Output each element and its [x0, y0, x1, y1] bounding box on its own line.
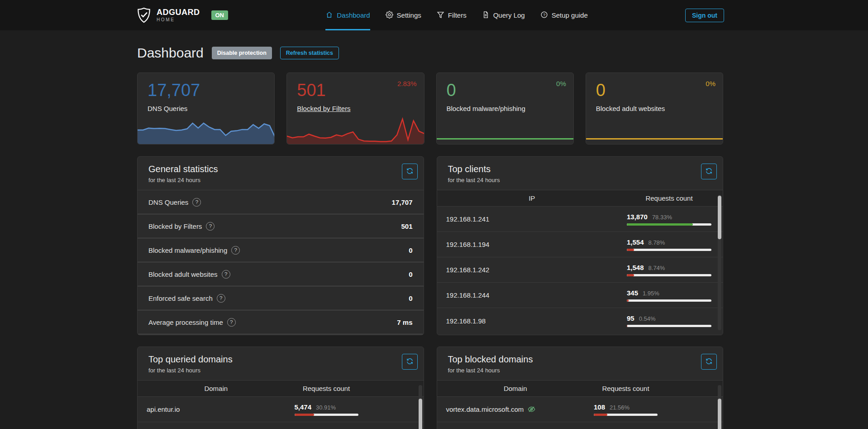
domain-name[interactable]: api.entur.io: [138, 405, 295, 413]
refresh-panel-button[interactable]: [402, 164, 418, 179]
nav-label: Settings: [397, 11, 421, 19]
top-clients-table: IP Requests count 192.168.1.241 13,87078…: [437, 190, 723, 333]
sign-out-button[interactable]: Sign out: [685, 9, 724, 22]
top-queried-table: Domain Requests count api.entur.io 5,474…: [138, 380, 424, 429]
nav-label: Query Log: [493, 11, 525, 19]
scrollbar-thumb[interactable]: [419, 399, 422, 429]
client-ip[interactable]: 192.168.1.242: [437, 266, 627, 274]
brand-text: ADGUARD HOME: [157, 8, 200, 22]
request-percent: 1.95%: [643, 290, 659, 297]
stat-label: Blocked malware/phishing: [148, 246, 227, 254]
table-row: 192.168.1.194 1,5548.78%: [437, 232, 723, 257]
refresh-panel-button[interactable]: [701, 164, 717, 179]
refresh-statistics-button[interactable]: Refresh statistics: [280, 47, 339, 59]
help-icon[interactable]: ?: [222, 270, 230, 279]
client-ip[interactable]: 192.168.1.194: [437, 241, 627, 248]
blocked-malware-sparkline: [437, 116, 574, 144]
card-label: Blocked malware/phishing: [447, 105, 525, 112]
request-percent: 21.56%: [610, 404, 630, 411]
nav-item-settings[interactable]: Settings: [386, 0, 421, 30]
question-circle-icon: ?: [540, 11, 548, 20]
help-icon[interactable]: ?: [217, 294, 225, 303]
page-title: Dashboard: [137, 45, 204, 61]
requests-cell: 1,5548.78%: [627, 238, 711, 251]
requests-bar: [295, 414, 358, 416]
stat-row: Blocked adult websites ? 0: [138, 262, 424, 286]
help-icon[interactable]: ?: [227, 318, 236, 327]
card-value: 501: [297, 81, 325, 100]
help-icon[interactable]: ?: [206, 222, 215, 231]
column-header-requests: Requests count: [627, 194, 711, 202]
panel-scrollbar: [419, 385, 422, 429]
adguard-shield-logo-icon: [137, 7, 151, 23]
eye-off-icon: [528, 405, 535, 413]
domain-name[interactable]: vortex.data.microsoft.com: [446, 405, 524, 413]
card-percent-badge: 0%: [556, 80, 566, 87]
top-blocked-domains-panel: Top blocked domains for the last 24 hour…: [437, 347, 724, 429]
stat-cards: 17,707 DNS Queries 501 Blocked by Filter…: [137, 72, 723, 145]
stat-value: 17,707: [392, 198, 413, 206]
client-ip[interactable]: 192.168.1.241: [437, 215, 627, 223]
panel-title: Top queried domains: [148, 354, 413, 365]
stat-label: Blocked by Filters: [148, 222, 202, 230]
requests-bar: [627, 299, 711, 302]
requests-bar: [627, 325, 711, 327]
stat-value: 501: [401, 222, 412, 230]
panel-subtitle: for the last 24 hours: [148, 177, 413, 183]
stat-row: Enforced safe search ? 0: [138, 286, 424, 310]
nav-item-query-log[interactable]: Query Log: [482, 0, 525, 30]
stat-label: DNS Queries: [148, 198, 188, 206]
client-ip[interactable]: 192.168.1.98: [437, 317, 627, 325]
nav-item-filters[interactable]: Filters: [437, 0, 467, 30]
table-row: 192.168.1.244 3451.95%: [437, 283, 723, 308]
top-navigation-bar: ADGUARD HOME ON Dashboard Settings: [0, 0, 868, 30]
middle-panels: General statistics for the last 24 hours…: [137, 156, 723, 335]
blocked-adult-sparkline: [586, 116, 723, 144]
help-icon[interactable]: ?: [231, 246, 240, 255]
stat-value: 0: [409, 246, 412, 254]
refresh-panel-button[interactable]: [402, 354, 418, 370]
panel-header: General statistics for the last 24 hours: [138, 157, 424, 183]
scrollbar-thumb[interactable]: [718, 196, 721, 239]
nav-item-dashboard[interactable]: Dashboard: [325, 0, 370, 30]
refresh-panel-button[interactable]: [701, 354, 717, 370]
requests-cell: 3451.95%: [627, 289, 711, 302]
document-icon: [482, 11, 490, 20]
card-percent-badge: 0%: [706, 80, 715, 87]
stat-row: Average processing time ? 7 ms: [138, 310, 424, 334]
scrollbar-thumb[interactable]: [718, 399, 721, 429]
panel-title: Top clients: [448, 164, 712, 174]
stat-label: Blocked adult websites: [148, 270, 218, 278]
refresh-icon: [406, 167, 414, 176]
requests-cell: 950.54%: [627, 314, 711, 327]
table-row: vortex.data.microsoft.com 10821.56%: [437, 397, 723, 422]
nav-label: Setup guide: [552, 11, 588, 19]
requests-bar: [594, 414, 658, 416]
stat-label: Average processing time: [148, 318, 223, 326]
page-title-row: Dashboard Disable protection Refresh sta…: [137, 45, 723, 61]
card-value: 0: [596, 81, 606, 100]
blocked-by-filters-link[interactable]: Blocked by Filters: [297, 105, 350, 112]
home-icon: [325, 11, 333, 20]
client-ip[interactable]: 192.168.1.244: [437, 291, 627, 299]
request-count: 95: [627, 314, 634, 322]
nav-label: Dashboard: [337, 11, 370, 19]
requests-cell: 5,47430.91%: [295, 403, 358, 416]
disable-protection-button[interactable]: Disable protection: [212, 47, 272, 59]
help-icon[interactable]: ?: [192, 198, 201, 207]
card-value: 0: [447, 81, 456, 100]
card-dns-queries: 17,707 DNS Queries: [137, 72, 275, 145]
requests-cell: 1,5488.74%: [627, 264, 711, 276]
stat-row: Blocked by Filters ? 501: [138, 214, 424, 238]
panel-title: Top blocked domains: [448, 354, 712, 365]
protection-status-badge: ON: [211, 10, 229, 20]
panel-header: Top blocked domains for the last 24 hour…: [437, 347, 723, 374]
brand-subtitle: HOME: [157, 18, 200, 22]
domain-cell: vortex.data.microsoft.com: [437, 405, 594, 413]
table-row: [138, 422, 424, 429]
request-count: 13,870: [627, 213, 648, 221]
panel-scrollbar: [718, 195, 721, 330]
nav-item-setup-guide[interactable]: ? Setup guide: [540, 0, 588, 30]
blocked-filters-sparkline: [287, 116, 424, 144]
request-count: 1,554: [627, 238, 644, 246]
